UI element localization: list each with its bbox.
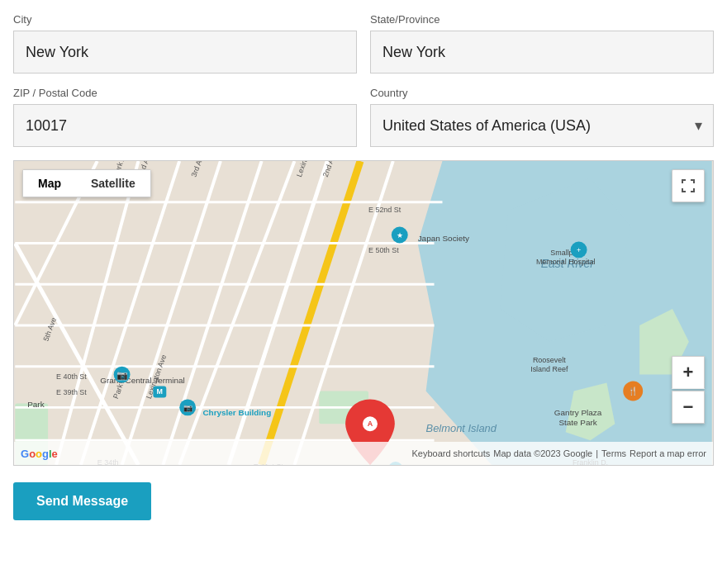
fullscreen-icon — [681, 178, 696, 193]
svg-text:📷: 📷 — [116, 369, 128, 381]
svg-text:Roosevelt: Roosevelt — [533, 356, 566, 364]
country-label: Country — [370, 87, 714, 99]
zip-input[interactable] — [13, 104, 357, 147]
svg-text:Japan Society: Japan Society — [418, 234, 469, 243]
svg-text:Island Reef: Island Reef — [530, 365, 568, 373]
map-footer-links: Keyboard shortcuts Map data ©2023 Google… — [411, 448, 706, 458]
map-svg: East River Belmont Island Gantry Plaza S… — [14, 161, 713, 465]
svg-text:E 52nd St: E 52nd St — [368, 206, 402, 214]
state-input[interactable] — [370, 31, 714, 74]
svg-text:E 39th St: E 39th St — [56, 388, 87, 396]
terms-link[interactable]: Terms — [601, 448, 626, 458]
send-message-button[interactable]: Send Message — [13, 482, 151, 520]
svg-text:M: M — [157, 387, 163, 396]
city-state-row: City State/Province — [13, 13, 714, 74]
svg-text:Park: Park — [27, 400, 44, 409]
svg-text:Memorial Hospital: Memorial Hospital — [536, 258, 596, 266]
svg-text:Grand Central Terminal: Grand Central Terminal — [100, 376, 185, 385]
country-group: Country United States of America (USA) C… — [370, 87, 714, 147]
zip-label: ZIP / Postal Code — [13, 87, 357, 99]
svg-text:State Park: State Park — [558, 418, 596, 427]
svg-text:E 50th St: E 50th St — [368, 246, 399, 254]
svg-text:Belmont Island: Belmont Island — [426, 422, 497, 434]
svg-text:📷: 📷 — [183, 403, 193, 413]
keyboard-shortcuts-link[interactable]: Keyboard shortcuts — [411, 448, 490, 458]
country-select-wrapper: United States of America (USA) Canada Un… — [370, 104, 714, 147]
svg-text:Gantry Plaza: Gantry Plaza — [554, 408, 602, 417]
state-label: State/Province — [370, 13, 714, 26]
zip-group: ZIP / Postal Code — [13, 87, 357, 147]
zoom-controls: + − — [672, 356, 705, 424]
satellite-button[interactable]: Satellite — [76, 170, 150, 197]
fullscreen-button[interactable] — [672, 169, 705, 202]
map-container[interactable]: East River Belmont Island Gantry Plaza S… — [13, 160, 714, 466]
map-button[interactable]: Map — [23, 170, 76, 197]
state-group: State/Province — [370, 13, 714, 74]
svg-text:🍴: 🍴 — [628, 386, 639, 396]
city-input[interactable] — [13, 31, 357, 74]
svg-text:E 40th St: E 40th St — [56, 372, 87, 381]
google-logo: Google — [21, 448, 58, 460]
svg-text:★: ★ — [397, 231, 403, 239]
map-data-text: Map data ©2023 Google — [493, 448, 592, 458]
map-footer: Google Keyboard shortcuts Map data ©2023… — [14, 442, 713, 465]
svg-text:Chrysler Building: Chrysler Building — [202, 408, 271, 417]
svg-text:+: + — [577, 246, 581, 254]
city-group: City — [13, 13, 357, 74]
map-type-controls: Map Satellite — [22, 169, 151, 197]
country-select[interactable]: United States of America (USA) Canada Un… — [370, 104, 714, 147]
zoom-out-button[interactable]: − — [672, 391, 705, 424]
svg-text:A: A — [368, 420, 373, 428]
report-link[interactable]: Report a map error — [630, 448, 706, 458]
city-label: City — [13, 13, 357, 26]
zip-country-row: ZIP / Postal Code Country United States … — [13, 87, 714, 147]
zoom-in-button[interactable]: + — [672, 356, 705, 389]
